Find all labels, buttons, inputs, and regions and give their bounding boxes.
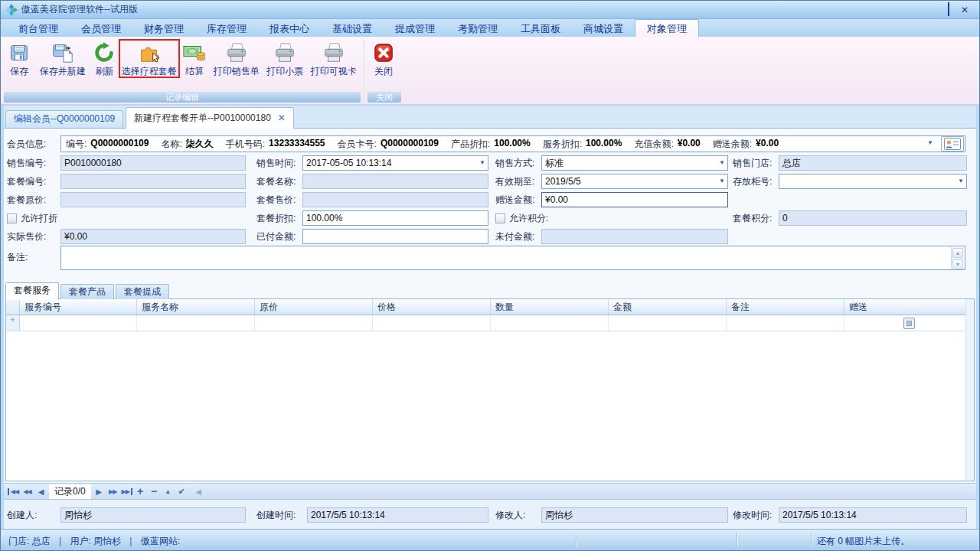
- printer-icon: [273, 41, 296, 64]
- column-header-amount[interactable]: 金额: [609, 299, 727, 315]
- package-name-label: 套餐名称:: [256, 174, 296, 189]
- member-card-button[interactable]: [941, 136, 964, 152]
- grid-cell[interactable]: [373, 315, 491, 331]
- dropdown-icon[interactable]: ▼: [719, 157, 725, 169]
- create-time-field: 2017/5/5 10:13:14: [307, 507, 488, 523]
- print-sales-order-button[interactable]: 打印销售单: [210, 39, 264, 77]
- nav-last-button[interactable]: ▶▶: [121, 488, 132, 495]
- nav-prev-page-button[interactable]: ◀◀: [21, 488, 33, 495]
- puzzle-icon: [138, 41, 161, 64]
- tab-package-products[interactable]: 套餐产品: [60, 284, 114, 299]
- column-header-quantity[interactable]: 数量: [491, 299, 609, 315]
- record-navigator: ◀◀ ◀◀ ◀ 记录0/0 ▶ ▶▶ ▶▶ + − ▲ ✔ ◀: [4, 483, 976, 500]
- select-course-package-button[interactable]: 选择疗程套餐: [119, 39, 180, 78]
- grid-cell[interactable]: [20, 315, 137, 331]
- column-header-price[interactable]: 价格: [373, 299, 491, 315]
- allow-discount-checkbox[interactable]: 允许打折: [7, 210, 57, 226]
- gift-amount-field[interactable]: ¥0.00: [541, 192, 728, 207]
- menu-item-front-desk[interactable]: 前台管理: [7, 19, 70, 37]
- package-discount-field[interactable]: 100.00%: [302, 210, 488, 226]
- package-sale-price-field: [302, 192, 488, 207]
- locker-no-field[interactable]: ▼: [779, 174, 967, 189]
- nav-prev-button[interactable]: ◀: [35, 487, 47, 496]
- refresh-button[interactable]: 刷新: [90, 39, 119, 77]
- print-visual-card-button[interactable]: 打印可视卡: [306, 39, 361, 77]
- menu-item-tools[interactable]: 工具面板: [509, 19, 572, 37]
- close-tab-button[interactable]: 关闭: [368, 39, 400, 77]
- spin-down-icon[interactable]: ▼: [952, 259, 963, 269]
- nav-cancel-button[interactable]: ◀: [193, 487, 204, 496]
- tab-close-icon[interactable]: ✕: [278, 110, 286, 126]
- menu-item-basic-settings[interactable]: 基础设置: [321, 19, 384, 37]
- member-phone: 手机号码:13233334555: [226, 138, 325, 151]
- menu-item-finance[interactable]: 财务管理: [132, 19, 195, 37]
- tab-package-commission[interactable]: 套餐提成: [116, 284, 169, 299]
- grid-cell[interactable]: [727, 315, 844, 331]
- menu-item-attendance[interactable]: 考勤管理: [446, 19, 509, 37]
- tab-package-services[interactable]: 套餐服务: [5, 282, 59, 300]
- grid-cell[interactable]: [609, 315, 727, 331]
- grid-vertical-scrollbar[interactable]: [965, 299, 974, 481]
- nav-next-button[interactable]: ▶: [93, 487, 105, 496]
- grid-new-row[interactable]: *: [6, 315, 974, 331]
- nav-append-button[interactable]: +: [135, 487, 146, 496]
- remark-spinner: ▲ ▼: [951, 247, 964, 269]
- unpaid-amount-field: [541, 229, 728, 244]
- grid-cell[interactable]: [137, 315, 255, 331]
- column-header-service-name[interactable]: 服务名称: [137, 299, 255, 315]
- nav-edit-button[interactable]: ▲: [162, 488, 174, 495]
- menu-item-mall-settings[interactable]: 商城设置: [572, 19, 635, 37]
- package-no-field: [60, 174, 246, 189]
- menu-item-object-management[interactable]: 对象管理: [635, 19, 699, 37]
- grid-cell[interactable]: [255, 315, 373, 331]
- save-and-new-button[interactable]: 保存并新建: [35, 39, 90, 77]
- tab-edit-member[interactable]: 编辑会员--Q0000000109: [5, 110, 123, 128]
- sale-time-field[interactable]: 2017-05-05 10:13:14▼: [302, 155, 488, 171]
- detail-tab-strip: 套餐服务 套餐产品 套餐提成: [5, 282, 169, 299]
- gift-checkbox[interactable]: [903, 318, 915, 329]
- menu-item-commission[interactable]: 提成管理: [384, 19, 446, 37]
- status-bar: 门店: 总店 ｜ 用户: 周怡杉 ｜ 傲蓝网站: 还有 0 幅图片未上传。: [1, 529, 979, 550]
- column-header-service-no[interactable]: 服务编号: [20, 299, 137, 315]
- sale-mode-field[interactable]: 标准▼: [541, 155, 728, 171]
- dropdown-icon[interactable]: ▼: [479, 157, 485, 169]
- valid-until-field[interactable]: 2019/5/5▼: [541, 174, 728, 189]
- id-card-icon: [944, 138, 961, 150]
- column-header-original-price[interactable]: 原价: [255, 299, 373, 315]
- nav-delete-button[interactable]: −: [149, 487, 160, 496]
- member-dropdown-icon[interactable]: ▼: [927, 139, 933, 146]
- locker-no-label: 存放柜号:: [733, 174, 772, 189]
- column-header-gift[interactable]: 赠送: [844, 299, 974, 315]
- member-service-discount: 服务折扣:100.00%: [543, 138, 622, 151]
- column-header-remark[interactable]: 备注: [727, 299, 844, 315]
- window-title: 傲蓝美容院管理软件--试用版: [21, 3, 138, 16]
- record-count-label: 记录0/0: [49, 484, 91, 499]
- menu-item-reports[interactable]: 报表中心: [258, 19, 321, 37]
- print-receipt-button[interactable]: 打印小票: [263, 39, 306, 77]
- allow-points-checkbox[interactable]: 允许积分:: [495, 210, 548, 226]
- status-website[interactable]: 傲蓝网站:: [141, 535, 180, 548]
- restore-button[interactable]: [948, 5, 949, 15]
- nav-first-button[interactable]: ◀◀: [8, 488, 19, 495]
- gift-amount-label: 赠送金额:: [495, 192, 534, 207]
- package-original-price-field: [60, 192, 246, 207]
- tab-new-course-package-order[interactable]: 新建疗程套餐开单--P0010000180 ✕: [126, 107, 294, 129]
- nav-post-button[interactable]: ✔: [176, 487, 188, 497]
- settle-button[interactable]: 结算: [180, 39, 210, 77]
- dropdown-icon[interactable]: ▼: [958, 175, 964, 187]
- sale-time-label: 销售时间:: [256, 155, 296, 171]
- ribbon-group-separator: [364, 40, 364, 100]
- paid-amount-field[interactable]: [302, 229, 488, 244]
- print-receipt-label: 打印小票: [266, 66, 303, 77]
- menu-item-inventory[interactable]: 库存管理: [195, 19, 258, 37]
- spin-up-icon[interactable]: ▲: [952, 248, 963, 258]
- save-label: 保存: [10, 66, 28, 77]
- nav-next-page-button[interactable]: ▶▶: [107, 488, 119, 495]
- remark-textarea[interactable]: ▲ ▼: [60, 246, 965, 270]
- dropdown-icon[interactable]: ▼: [719, 175, 725, 187]
- menu-item-members[interactable]: 会员管理: [70, 19, 132, 37]
- print-visual-card-label: 打印可视卡: [311, 66, 357, 77]
- grid-cell[interactable]: [491, 315, 609, 331]
- save-button[interactable]: 保存: [4, 39, 35, 77]
- window-close-button[interactable]: ✕: [961, 5, 969, 15]
